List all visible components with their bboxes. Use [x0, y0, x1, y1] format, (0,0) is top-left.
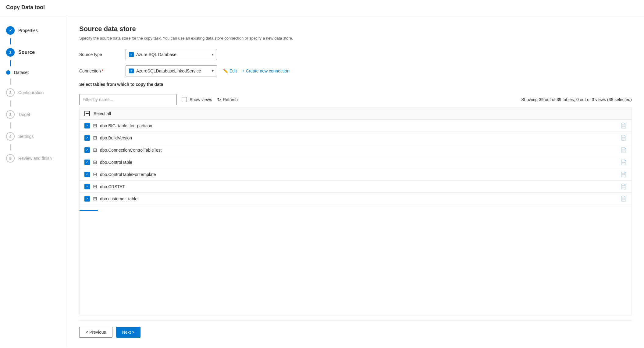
source-type-row: Source type S Azure SQL Database ▾: [79, 49, 632, 60]
connection-dropdown[interactable]: S AzureSQLDatabaseLinkedService ▾: [126, 65, 217, 76]
show-views-checkbox[interactable]: [182, 97, 187, 102]
table-row[interactable]: ✓ ⊞ dbo.customer_table 📄: [80, 193, 632, 205]
step-label-properties: Properties: [18, 28, 38, 33]
table-name-2: dbo.ConnectionControlTableTest: [100, 148, 621, 153]
source-type-value: Azure SQL Database: [136, 52, 209, 57]
svg-text:S: S: [130, 70, 132, 72]
table-grid-icon-6: ⊞: [93, 196, 97, 202]
row-action-icon-6[interactable]: 📄: [621, 196, 627, 202]
table-grid-icon-2: ⊞: [93, 147, 97, 153]
select-all-row[interactable]: Select all: [80, 108, 632, 120]
row-action-icon-5[interactable]: 📄: [621, 184, 627, 189]
sidebar: ✓ Properties 2 Source Dataset 3 Configur…: [0, 15, 67, 347]
svg-text:S: S: [130, 54, 132, 56]
table-row[interactable]: ✓ ⊞ dbo.BuildVersion 📄: [80, 132, 632, 144]
table-row[interactable]: ✓ ⊞ dbo.ControlTableForTemplate 📄: [80, 168, 632, 181]
show-views-toggle[interactable]: Show views: [182, 97, 212, 102]
refresh-button[interactable]: ↻ Refresh: [217, 97, 238, 103]
connection-actions: ✏️ Edit + Create new connection: [223, 68, 290, 74]
azure-sql-icon: S: [129, 52, 134, 57]
sidebar-item-configuration[interactable]: 3 Configuration: [0, 85, 67, 100]
sidebar-item-target[interactable]: 3 Target: [0, 107, 67, 122]
connector-3: [10, 79, 11, 85]
step-label-configuration: Configuration: [18, 90, 44, 95]
show-views-label: Show views: [190, 97, 212, 102]
scroll-hint: [80, 205, 98, 211]
row-checkbox-0[interactable]: ✓: [84, 123, 90, 128]
step-circle-configuration: 3: [6, 88, 15, 97]
filter-input[interactable]: [79, 94, 177, 105]
row-checkbox-2[interactable]: ✓: [84, 147, 90, 153]
step-label-dataset: Dataset: [14, 70, 29, 75]
source-type-dropdown[interactable]: S Azure SQL Database ▾: [126, 49, 217, 60]
sidebar-item-source[interactable]: 2 Source: [0, 44, 67, 60]
row-action-icon-2[interactable]: 📄: [621, 147, 627, 153]
table-name-1: dbo.BuildVersion: [100, 135, 621, 140]
select-all-checkbox[interactable]: [84, 111, 90, 116]
sidebar-item-review[interactable]: 5 Review and finish: [0, 150, 67, 166]
table-grid-icon-0: ⊞: [93, 123, 97, 128]
status-text: Showing 39 out of 39 tables, 0 out of 3 …: [521, 97, 632, 102]
table-name-5: dbo.CRSTAT: [100, 184, 621, 189]
table-name-0: dbo.BIG_table_for_partition: [100, 123, 621, 128]
step-circle-dataset: [6, 70, 10, 75]
row-action-icon-4[interactable]: 📄: [621, 171, 627, 177]
connector-6: [10, 144, 11, 150]
row-action-icon-1[interactable]: 📄: [621, 135, 627, 141]
table-grid-icon-5: ⊞: [93, 184, 97, 189]
select-all-label: Select all: [94, 111, 111, 116]
connection-value: AzureSQLDatabaseLinkedService: [136, 69, 209, 73]
row-checkbox-6[interactable]: ✓: [84, 196, 90, 202]
connection-label: Connection*: [79, 69, 122, 73]
edit-icon: ✏️: [223, 69, 228, 73]
table-name-3: dbo.ControlTable: [100, 160, 621, 165]
sidebar-item-properties[interactable]: ✓ Properties: [0, 23, 67, 38]
next-button[interactable]: Next >: [116, 327, 141, 338]
footer: < Previous Next >: [79, 320, 632, 338]
edit-button[interactable]: ✏️ Edit: [223, 69, 237, 73]
step-label-source: Source: [18, 50, 35, 55]
row-action-icon-3[interactable]: 📄: [621, 159, 627, 165]
step-circle-target: 3: [6, 110, 15, 119]
create-connection-button[interactable]: + Create new connection: [242, 68, 290, 74]
connection-row: Connection* S AzureSQLDatabaseLinkedServ…: [79, 65, 632, 76]
source-type-label: Source type: [79, 52, 122, 57]
sidebar-item-settings[interactable]: 4 Settings: [0, 128, 67, 144]
connector-1: [10, 38, 11, 44]
page-title: Source data store: [79, 25, 632, 33]
sidebar-item-dataset[interactable]: Dataset: [0, 66, 67, 79]
connector-5: [10, 122, 11, 128]
step-circle-settings: 4: [6, 132, 15, 141]
app-title: Copy Data tool: [0, 0, 644, 15]
refresh-icon: ↻: [217, 97, 221, 103]
previous-button[interactable]: < Previous: [79, 327, 112, 338]
table-grid-icon-4: ⊞: [93, 171, 97, 177]
row-checkbox-4[interactable]: ✓: [84, 172, 90, 177]
table-row[interactable]: ✓ ⊞ dbo.ConnectionControlTableTest 📄: [80, 144, 632, 156]
step-label-target: Target: [18, 112, 30, 117]
step-circle-review: 5: [6, 154, 15, 163]
table-toolbar: Show views ↻ Refresh Showing 39 out of 3…: [79, 92, 632, 107]
select-tables-title: Select tables from which to copy the dat…: [79, 82, 632, 87]
source-type-chevron-icon: ▾: [212, 52, 214, 57]
step-label-review: Review and finish: [18, 156, 52, 161]
table-row[interactable]: ✓ ⊞ dbo.BIG_table_for_partition 📄: [80, 120, 632, 132]
required-marker: *: [102, 69, 103, 73]
step-circle-source: 2: [6, 48, 15, 57]
connector-4: [10, 100, 11, 107]
page-description: Specify the source data store for the co…: [79, 36, 632, 40]
row-checkbox-1[interactable]: ✓: [84, 135, 90, 141]
table-grid-icon-3: ⊞: [93, 159, 97, 165]
connection-chevron-icon: ▾: [212, 69, 214, 73]
main-content: Source data store Specify the source dat…: [67, 15, 644, 347]
plus-icon: +: [242, 68, 244, 74]
table-row[interactable]: ✓ ⊞ dbo.CRSTAT 📄: [80, 181, 632, 193]
row-checkbox-3[interactable]: ✓: [84, 160, 90, 165]
row-action-icon-0[interactable]: 📄: [621, 123, 627, 128]
tables-container: Select all ✓ ⊞ dbo.BIG_table_for_partiti…: [79, 107, 632, 315]
refresh-label: Refresh: [223, 97, 238, 102]
table-grid-icon-1: ⊞: [93, 135, 97, 141]
table-row[interactable]: ✓ ⊞ dbo.ControlTable 📄: [80, 156, 632, 168]
table-name-4: dbo.ControlTableForTemplate: [100, 172, 621, 177]
row-checkbox-5[interactable]: ✓: [84, 184, 90, 189]
